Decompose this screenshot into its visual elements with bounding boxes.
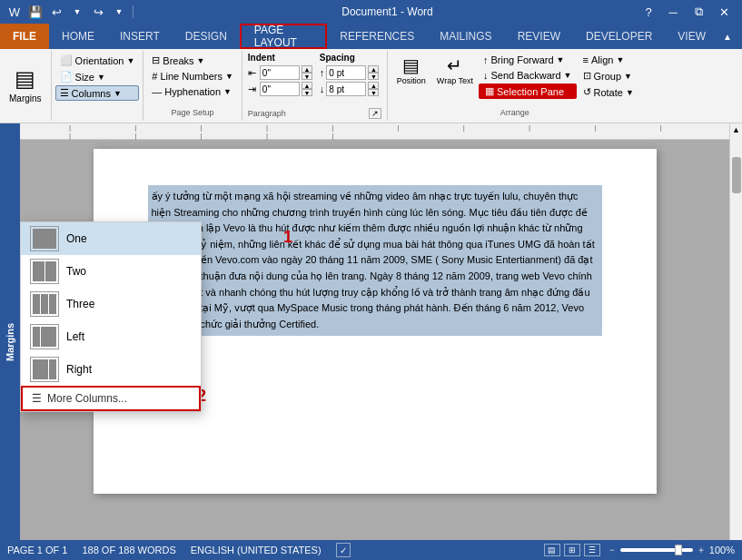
breaks-dropdown[interactable]: ▼ — [197, 56, 205, 65]
spacing-after-input[interactable] — [326, 82, 366, 96]
tab-view[interactable]: VIEW — [665, 24, 718, 49]
scroll-track[interactable] — [730, 136, 742, 547]
hyphenation-icon: — — [152, 86, 162, 97]
send-backward-dropdown[interactable]: ▼ — [564, 71, 572, 80]
columns-button[interactable]: ☰ Columns ▼ — [55, 85, 140, 101]
indent-right-up[interactable]: ▲ — [302, 82, 312, 89]
zoom-out-button[interactable]: － — [608, 544, 617, 556]
indent-left-row: ⇤ ▲ ▼ — [248, 65, 312, 80]
bring-forward-button[interactable]: ↑ Bring Forward ▼ — [479, 53, 576, 67]
restore-button[interactable]: ⧉ — [686, 0, 711, 24]
scroll-up-button[interactable]: ▲ — [730, 123, 742, 136]
orientation-button[interactable]: ⬜ Orientation ▼ — [55, 53, 140, 68]
col-bar-two-b — [45, 261, 57, 281]
breaks-button[interactable]: ⊟ Breaks ▼ — [147, 53, 238, 68]
indent-left-up[interactable]: ▲ — [302, 65, 312, 73]
orientation-dropdown[interactable]: ▼ — [126, 56, 134, 65]
column-one-icon — [30, 226, 59, 251]
group-button[interactable]: ⊡ Group ▼ — [579, 68, 638, 84]
align-dropdown[interactable]: ▼ — [616, 55, 624, 64]
save-button[interactable]: 💾 — [26, 3, 45, 21]
position-button[interactable]: ▤ Position — [391, 53, 431, 87]
column-option-left[interactable]: Left — [21, 320, 201, 353]
more-columns-label: More Columns... — [47, 392, 127, 405]
spacing-before-input[interactable] — [326, 65, 366, 80]
tab-design[interactable]: DESIGN — [173, 24, 240, 49]
close-button[interactable]: ✕ — [711, 0, 737, 24]
redo-dropdown[interactable]: ▼ — [110, 3, 128, 21]
tab-references[interactable]: REFERENCES — [327, 24, 427, 49]
document-title: Document1 - Word — [138, 5, 637, 18]
proofing-button[interactable]: ✓ — [336, 543, 351, 557]
zoom-slider[interactable] — [620, 548, 693, 552]
rotate-button[interactable]: ↺ Rotate ▼ — [579, 84, 638, 100]
hyphenation-button[interactable]: — Hyphenation ▼ — [147, 84, 238, 99]
hyphenation-dropdown[interactable]: ▼ — [223, 87, 232, 96]
spacing-before-up[interactable]: ▲ — [368, 65, 379, 73]
wrap-text-button[interactable]: ↵ Wrap Text — [433, 53, 477, 87]
indent-spacing-group: Indent ⇤ ▲ ▼ ⇥ — [242, 51, 388, 121]
print-layout-button[interactable]: ▤ — [544, 544, 560, 556]
vertical-scrollbar[interactable]: ▲ ▼ — [729, 123, 742, 560]
size-button[interactable]: 📄 Size ▼ — [55, 69, 140, 84]
tab-mailings[interactable]: MAILINGS — [427, 24, 504, 49]
rotate-dropdown[interactable]: ▼ — [626, 88, 634, 97]
columns-dropdown: One Two Three — [20, 221, 202, 412]
column-option-one[interactable]: One — [21, 222, 201, 255]
bring-forward-icon: ↑ — [483, 54, 489, 65]
zoom-in-button[interactable]: ＋ — [697, 544, 706, 556]
help-button[interactable]: ? — [639, 3, 658, 21]
line-numbers-dropdown[interactable]: ▼ — [225, 72, 233, 81]
bring-forward-dropdown[interactable]: ▼ — [557, 55, 565, 64]
undo-button[interactable]: ↩ — [47, 3, 65, 21]
col-bar-one — [33, 229, 56, 249]
arrange-group: ▤ Position ↵ Wrap Text ↑ Bring Forward ▼… — [388, 51, 642, 121]
scroll-thumb[interactable] — [732, 157, 741, 193]
col-bar-right-wide — [33, 359, 48, 379]
collapse-ribbon-button[interactable]: ▲ — [718, 27, 737, 45]
margins-button[interactable]: ▤ Margins — [4, 53, 47, 117]
view-buttons: ▤ ⊞ ☰ — [544, 544, 600, 556]
word-count: 188 OF 188 WORDS — [82, 545, 175, 555]
tab-review[interactable]: REVIEW — [505, 24, 573, 49]
tab-home[interactable]: HOME — [49, 24, 107, 49]
columns-dropdown-arrow[interactable]: ▼ — [114, 89, 122, 98]
language: ENGLISH (UNITED STATES) — [191, 545, 322, 555]
size-dropdown[interactable]: ▼ — [97, 73, 105, 82]
col-bar-three-c — [49, 294, 56, 314]
col-bar-left-wide — [41, 327, 56, 347]
group-dropdown[interactable]: ▼ — [624, 72, 632, 81]
spacing-before-row: ↑ ▲ ▼ — [320, 65, 380, 80]
column-option-right[interactable]: Right — [21, 353, 201, 386]
tab-page-layout[interactable]: PAGE LAYOUT — [240, 24, 327, 49]
column-option-two[interactable]: Two — [21, 255, 201, 288]
indent-left-down[interactable]: ▼ — [302, 73, 312, 80]
paragraph-expand-button[interactable]: ↗ — [369, 108, 381, 119]
web-layout-button[interactable]: ☰ — [584, 544, 600, 556]
indent-right-input[interactable] — [260, 82, 300, 96]
full-screen-button[interactable]: ⊞ — [564, 544, 580, 556]
spacing-after-up[interactable]: ▲ — [368, 82, 379, 89]
redo-button[interactable]: ↪ — [89, 3, 107, 21]
send-backward-button[interactable]: ↓ Send Backward ▼ — [479, 68, 576, 83]
rotate-icon: ↺ — [583, 86, 591, 98]
tab-file[interactable]: FILE — [0, 24, 49, 49]
margins-side-label[interactable]: Margins — [0, 123, 20, 560]
indent-right-down[interactable]: ▼ — [302, 89, 312, 96]
align-button[interactable]: ≡ Align ▼ — [579, 53, 638, 67]
minimize-button[interactable]: ─ — [660, 0, 686, 24]
indent-left-input[interactable] — [260, 65, 300, 80]
tab-insert[interactable]: INSERT — [107, 24, 173, 49]
more-columns-button[interactable]: ☰ More Columns... — [21, 386, 201, 411]
spacing-before-down[interactable]: ▼ — [368, 73, 379, 80]
column-option-three[interactable]: Three — [21, 288, 201, 320]
tab-developer[interactable]: DEVELOPER — [573, 24, 665, 49]
column-one-label: One — [66, 232, 87, 245]
line-numbers-button[interactable]: # Line Numbers ▼ — [147, 69, 238, 84]
margins-group: ▤ Margins — [0, 51, 52, 121]
zoom-thumb[interactable] — [675, 545, 682, 555]
undo-dropdown[interactable]: ▼ — [68, 3, 86, 21]
arrange-extra-buttons: ≡ Align ▼ ⊡ Group ▼ ↺ Rotate ▼ — [579, 53, 638, 100]
spacing-after-down[interactable]: ▼ — [368, 89, 379, 96]
selection-pane-button[interactable]: ▦ Selection Pane — [479, 84, 576, 99]
